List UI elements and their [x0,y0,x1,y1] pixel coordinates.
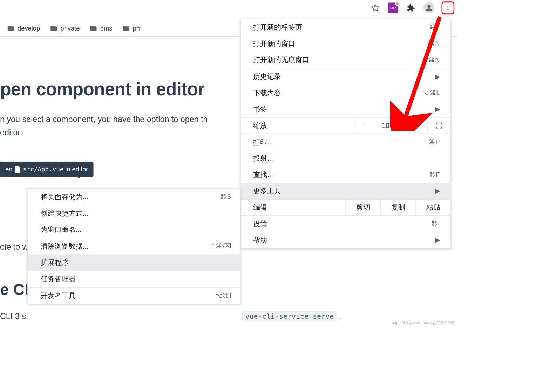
menu-label: 任务管理器 [41,274,232,284]
menu-label: 扩展程序 [41,258,232,268]
menu-item-history[interactable]: 历史记录 ▶ [241,68,450,85]
menu-label: 更多工具 [253,186,435,196]
bookmark-folder[interactable]: bms [90,25,113,32]
star-icon[interactable] [370,2,381,14]
open-in-editor-tooltip[interactable]: en src/App.vue in editor [0,161,93,177]
menu-shortcut: ⌘T [429,23,440,31]
menu-label: 编辑 [241,203,345,212]
menu-item-print[interactable]: 打印... ⌘P [241,134,450,150]
chevron-right-icon: ▶ [435,236,440,244]
edit-paste-button[interactable]: 粘贴 [415,199,450,216]
code-inline: vue-cli-service serve [242,311,337,321]
menu-item-help[interactable]: 帮助 ▶ [241,232,450,248]
menu-label: 历史记录 [253,72,435,81]
edit-cut-button[interactable]: 剪切 [345,199,380,216]
tooltip-suffix: in editor [65,165,88,173]
profile-avatar-icon[interactable] [423,2,435,14]
folder-icon [7,25,15,31]
menu-item-downloads[interactable]: 下载内容 ⌥⌘L [241,85,450,101]
page-paragraph: n you select a component, you have the o… [0,113,251,139]
menu-item-find[interactable]: 查找... ⌘F [241,167,450,183]
text-fragment: CLI 3 s [0,312,26,321]
menu-label: 创建快捷方式... [41,209,232,218]
bookmark-folder[interactable]: pm [122,25,142,32]
menu-label: 书签 [253,104,435,114]
bookmark-folder[interactable]: develop [7,25,40,32]
menu-item-task-manager[interactable]: 任务管理器 [28,271,240,287]
menu-item-more-tools[interactable]: 更多工具 ▶ [241,183,450,199]
text-fragment: ole to w [0,242,28,252]
bookmark-folder[interactable]: private [50,25,80,32]
menu-label: 缩放 [241,121,354,130]
menu-label: 将页面存储为... [41,192,221,202]
bookmark-label: pm [133,25,142,32]
zoom-value: 100% [375,122,407,130]
menu-item-create-shortcut[interactable]: 创建快捷方式... [28,205,240,222]
zoom-in-button[interactable]: + [407,117,427,134]
file-icon [15,166,21,173]
menu-item-new-tab[interactable]: 打开新的标签页 ⌘T [241,19,450,35]
tooltip-prefix: en [5,165,12,173]
menu-shortcut: ⌘N [428,40,440,47]
edit-copy-button[interactable]: 复制 [380,199,415,216]
menu-label: 下载内容 [253,88,422,98]
menu-label: 投射... [253,154,440,163]
tooltip-path: src/App.vue [23,166,63,173]
folder-icon [90,25,97,31]
menu-shortcut: ⌘F [429,171,440,178]
rp-extension-icon[interactable]: RP [388,2,398,13]
menu-shortcut: ⌥⌘I [215,292,232,299]
more-tools-submenu: 将页面存储为... ⌘S 创建快捷方式... 为窗口命名... 清除浏览数据..… [27,188,240,304]
svg-marker-0 [372,5,379,11]
chevron-right-icon: ▶ [435,105,440,113]
svg-point-2 [447,7,448,8]
bookmark-label: bms [100,25,113,32]
svg-point-3 [447,9,448,10]
folder-icon [122,25,130,31]
fullscreen-button[interactable] [427,117,451,134]
menu-shortcut: ⌥⌘L [422,89,440,97]
menu-shortcut: ⇧⌘N [423,56,440,64]
bookmark-label: private [60,25,80,32]
menu-item-incognito[interactable]: 打开新的无痕窗口 ⇧⌘N [241,52,450,68]
menu-item-extensions[interactable]: 扩展程序 [28,255,240,271]
menu-shortcut: ⌘, [431,220,440,228]
bookmark-label: develop [18,25,40,32]
menu-item-zoom: 缩放 − 100% + [241,117,450,134]
zoom-out-button[interactable]: − [354,117,374,134]
chevron-right-icon: ▶ [435,187,440,195]
chevron-right-icon: ▶ [435,73,440,81]
menu-label: 设置 [253,219,431,229]
menu-label: 打印... [253,137,429,147]
menu-item-new-window[interactable]: 打开新的窗口 ⌘N [241,35,450,52]
menu-item-clear-browsing-data[interactable]: 清除浏览数据... ⇧⌘⌫ [28,238,240,255]
extensions-puzzle-icon[interactable] [405,2,416,14]
menu-item-cast[interactable]: 投射... [241,150,450,167]
menu-label: 打开新的窗口 [253,39,428,48]
menu-item-save-page-as[interactable]: 将页面存储为... ⌘S [28,189,240,205]
menu-label: 开发者工具 [41,291,215,300]
menu-label: 打开新的无痕窗口 [253,55,423,65]
menu-label: 查找... [253,170,429,180]
svg-point-1 [447,6,448,7]
menu-label: 为窗口命名... [41,225,232,234]
menu-shortcut: ⌘S [220,193,231,201]
menu-kebab-icon[interactable] [441,1,454,14]
menu-item-edit: 编辑 剪切 复制 粘贴 [241,199,450,216]
menu-shortcut: ⇧⌘⌫ [210,242,232,250]
menu-item-bookmarks[interactable]: 书签 ▶ [241,101,450,117]
menu-shortcut: ⌘P [429,138,440,146]
menu-label: 打开新的标签页 [253,22,429,32]
text-dot: . [339,312,341,321]
menu-item-settings[interactable]: 设置 ⌘, [241,216,450,232]
watermark-text: https://blog.csdn.net/qq_20042935 [392,320,454,325]
fullscreen-icon [436,122,442,129]
chrome-main-menu: 打开新的标签页 ⌘T 打开新的窗口 ⌘N 打开新的无痕窗口 ⇧⌘N 历史记录 ▶… [240,19,451,249]
menu-label: 清除浏览数据... [41,242,210,251]
menu-label: 帮助 [253,235,435,245]
folder-icon [50,25,58,31]
menu-item-name-window[interactable]: 为窗口命名... [28,221,240,238]
menu-item-dev-tools[interactable]: 开发者工具 ⌥⌘I [28,288,240,304]
browser-toolbar: RP [0,0,457,16]
